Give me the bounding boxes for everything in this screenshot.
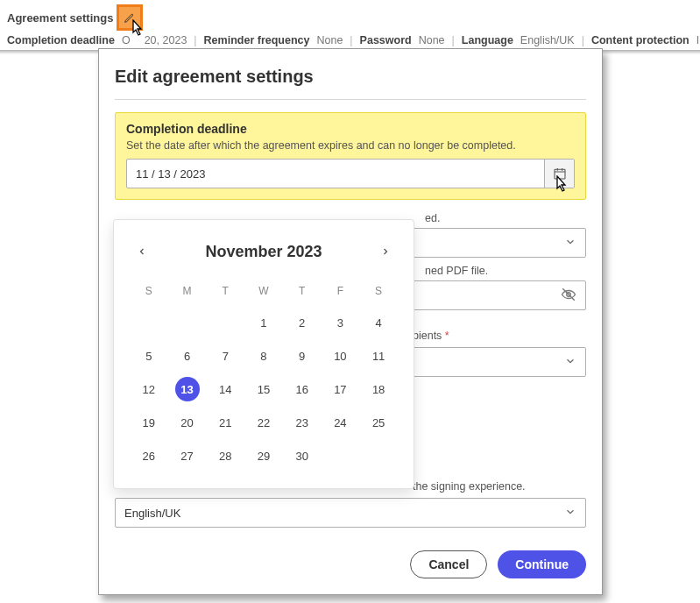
chevron-down-icon (564, 355, 576, 370)
calendar-day[interactable]: 8 (244, 339, 283, 372)
weekday-header: T (283, 280, 322, 306)
summary-key-protection: Content protection (591, 34, 689, 46)
cursor-icon (552, 175, 571, 198)
completion-deadline-section: Completion deadline Set the date after w… (115, 112, 586, 200)
summary-val-language: English/UK (520, 34, 575, 46)
calendar-prev-month[interactable] (130, 239, 154, 264)
cursor-icon (128, 19, 147, 42)
calendar-day[interactable]: 29 (244, 439, 283, 472)
calendar-day[interactable]: 10 (322, 339, 360, 372)
calendar-day[interactable]: 16 (283, 372, 322, 406)
open-calendar-button[interactable] (544, 160, 574, 188)
calendar-day[interactable]: 9 (283, 339, 322, 372)
calendar-day (206, 306, 244, 339)
summary-val-password: None (419, 34, 445, 46)
edit-settings-button[interactable] (117, 4, 143, 31)
summary-key-password: Password (360, 34, 412, 46)
summary-key-reminder: Reminder frequency (204, 34, 310, 46)
topbar-title: Agreement settings (7, 11, 113, 25)
language-value: English/UK (124, 507, 180, 520)
calendar-day[interactable]: 22 (244, 406, 283, 439)
calendar-day[interactable]: 1 (244, 306, 283, 339)
topbar-summary: Completion deadline O 20, 2023 | Reminde… (7, 34, 693, 46)
chevron-down-icon (564, 506, 576, 521)
chevron-down-icon (564, 236, 576, 251)
chevron-left-icon (137, 246, 147, 257)
calendar-day[interactable]: 20 (168, 406, 207, 439)
weekday-header: W (244, 280, 283, 306)
calendar-day (359, 439, 398, 472)
summary-val-protection: Internal disabled & External enabled (696, 34, 700, 46)
weekday-header: F (322, 280, 360, 306)
calendar-popover: November 2023 S M T W T F S (113, 219, 414, 489)
calendar-day[interactable]: 26 (130, 439, 168, 472)
calendar-day[interactable]: 24 (322, 406, 360, 439)
calendar-day[interactable]: 23 (283, 406, 322, 439)
calendar-day[interactable]: 4 (359, 306, 398, 339)
calendar-day[interactable]: 21 (206, 406, 244, 439)
calendar-month-label: November 2023 (205, 243, 322, 261)
summary-val-deadline: 20, 2023 (145, 34, 187, 46)
deadline-date-field[interactable] (126, 159, 575, 188)
language-select[interactable]: English/UK (115, 498, 586, 528)
calendar-day (322, 439, 360, 472)
calendar-day (168, 306, 207, 339)
deadline-desc: Set the date after which the agreement e… (126, 139, 575, 152)
calendar-day[interactable]: 11 (359, 339, 398, 372)
summary-key-language: Language (462, 34, 513, 46)
calendar-day[interactable]: 30 (283, 439, 322, 472)
calendar-next-month[interactable] (373, 239, 398, 264)
calendar-day[interactable]: 6 (168, 339, 207, 372)
calendar-day[interactable]: 12 (130, 372, 168, 406)
calendar-day[interactable]: 19 (130, 406, 168, 439)
calendar-day[interactable]: 18 (359, 372, 398, 406)
summary-val-reminder: None (316, 34, 343, 46)
calendar-day[interactable]: 2 (283, 306, 322, 339)
calendar-day[interactable]: 3 (322, 306, 360, 339)
weekday-header: T (206, 280, 244, 306)
topbar: Agreement settings Completion deadline O… (0, 0, 700, 50)
calendar-day[interactable]: 5 (130, 339, 168, 372)
weekday-header: M (168, 280, 207, 306)
summary-key-deadline: Completion deadline (7, 34, 115, 46)
calendar-day[interactable]: 28 (206, 439, 244, 472)
deadline-title: Completion deadline (126, 122, 575, 136)
calendar-grid: S M T W T F S 12345678910111213141516171… (130, 280, 398, 472)
weekday-header: S (359, 280, 398, 306)
eye-off-icon[interactable] (561, 287, 576, 305)
calendar-day[interactable]: 25 (359, 406, 398, 439)
modal-title: Edit agreement settings (115, 67, 586, 87)
weekday-header: S (130, 280, 168, 306)
calendar-day[interactable]: 15 (244, 372, 283, 406)
calendar-day (130, 306, 168, 339)
cancel-button[interactable]: Cancel (410, 550, 487, 578)
calendar-day[interactable]: 14 (206, 372, 244, 406)
calendar-day[interactable]: 7 (206, 339, 244, 372)
edit-settings-modal: Edit agreement settings Completion deadl… (98, 48, 603, 595)
calendar-day[interactable]: 27 (168, 439, 207, 472)
continue-button[interactable]: Continue (498, 550, 586, 578)
chevron-right-icon (380, 246, 391, 257)
calendar-day[interactable]: 17 (322, 372, 360, 406)
calendar-day[interactable]: 13 (168, 372, 207, 406)
divider (115, 99, 586, 100)
deadline-date-input[interactable] (127, 160, 544, 188)
